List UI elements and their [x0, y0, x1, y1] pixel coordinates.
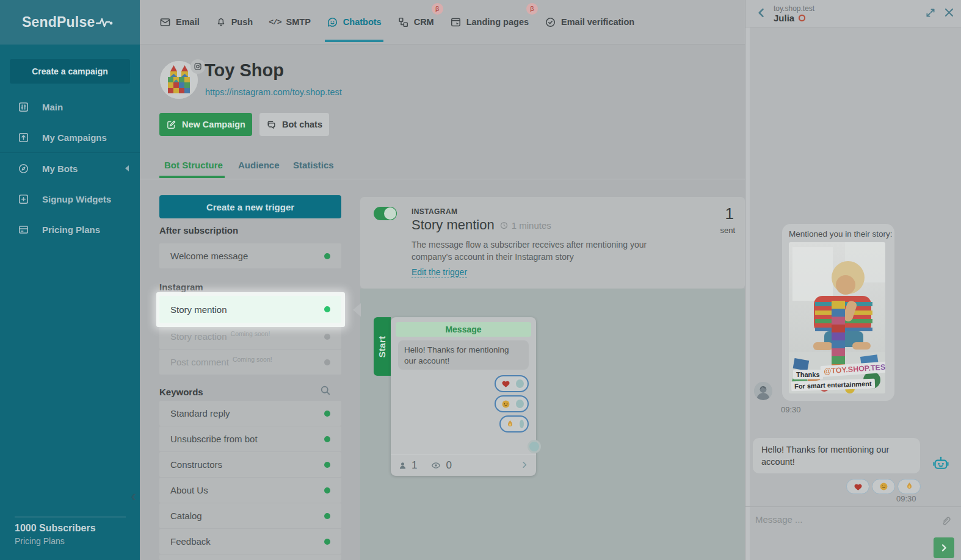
- instagram-badge-icon: [190, 59, 205, 74]
- create-campaign-button[interactable]: Create a campaign: [10, 59, 130, 84]
- page-title: Toy Shop: [205, 60, 284, 81]
- keyword-row-standard-reply[interactable]: Standard reply: [159, 401, 341, 426]
- block-stats: 1 0: [398, 459, 452, 472]
- trigger-delay-value: 1 minutes: [512, 220, 551, 231]
- status-dot-active: [324, 436, 330, 442]
- block-footer-divider: [391, 454, 536, 454]
- sidebar-item-my-campaigns[interactable]: My Campaigns: [0, 122, 140, 153]
- back-chevron-icon[interactable]: [755, 7, 767, 19]
- nav-item-smtp[interactable]: </> SMTP: [269, 17, 311, 27]
- connection-port[interactable]: [514, 378, 526, 390]
- tooltip-arrow: [353, 303, 361, 317]
- sidebar-item-main[interactable]: Main: [0, 92, 140, 122]
- sidebar-menu: Main My Campaigns My Bots Signup Widgets…: [0, 92, 140, 245]
- tab-statistics[interactable]: Statistics: [293, 160, 334, 170]
- keyword-row-constructors[interactable]: Constructors: [159, 452, 341, 477]
- keyword-row-catalog[interactable]: Catalog: [159, 503, 341, 528]
- reaction-pill-hug[interactable]: [495, 395, 529, 412]
- chat-preview-panel: toy.shop.test Julia Mentioned you in the…: [745, 0, 961, 560]
- message-input[interactable]: [754, 510, 925, 528]
- trigger-title: Story mention: [412, 217, 495, 233]
- logo-text: SendPulse: [22, 14, 95, 31]
- close-icon[interactable]: [943, 7, 955, 18]
- nav-label: SMTP: [286, 17, 311, 27]
- sent-label: sent: [720, 226, 735, 235]
- expand-icon[interactable]: [925, 7, 936, 18]
- chat-smiley-icon: [327, 16, 338, 28]
- nav-item-landing-pages[interactable]: Landing pages β: [450, 16, 529, 28]
- sidebar-item-label: Main: [42, 102, 63, 112]
- nav-item-chatbots[interactable]: Chatbots: [327, 16, 382, 28]
- nav-item-email[interactable]: Email: [159, 16, 200, 28]
- start-label: Start: [377, 336, 388, 357]
- chat-reaction-hug[interactable]: [872, 479, 895, 494]
- chat-header: toy.shop.test Julia: [745, 0, 961, 27]
- active-tab-underline: [159, 176, 225, 178]
- search-icon[interactable]: [319, 384, 332, 397]
- chevron-right-icon[interactable]: [520, 461, 529, 469]
- keyword-row-feedback[interactable]: Feedback: [159, 529, 341, 554]
- chat-reaction-heart[interactable]: [846, 479, 869, 494]
- beta-badge: β: [432, 3, 443, 15]
- send-button[interactable]: [934, 537, 954, 558]
- new-campaign-button[interactable]: New Campaign: [159, 113, 252, 136]
- create-trigger-button[interactable]: Create a new trigger: [159, 195, 341, 218]
- pricing-plans-link[interactable]: Pricing Plans: [15, 536, 65, 546]
- block-output-port[interactable]: [528, 440, 541, 453]
- status-dot-active: [324, 253, 330, 259]
- coming-soon-badge: Coming soon!: [233, 356, 272, 363]
- sidebar: SendPulse Create a campaign Main My Camp…: [0, 0, 140, 560]
- sidebar-collapse-chevron[interactable]: ‹: [131, 488, 136, 504]
- new-campaign-label: New Campaign: [182, 120, 245, 129]
- nav-item-email-verification[interactable]: Email verification: [545, 16, 634, 28]
- trigger-toggle-on[interactable]: [374, 207, 397, 220]
- bot-compass-icon: [18, 163, 29, 174]
- sidebar-item-my-bots[interactable]: My Bots: [0, 153, 140, 184]
- create-trigger-label: Create a new trigger: [206, 202, 294, 212]
- message-timestamp: 09:30: [896, 494, 916, 503]
- bot-chats-label: Bot chats: [282, 120, 322, 129]
- story-image: Thanks @TOY.SHOP.TEST For smart entertai…: [789, 242, 885, 393]
- trigger-row-story-reaction: Story reaction Coming soon!: [159, 324, 341, 349]
- person-icon: [398, 461, 407, 470]
- section-keywords: Keywords: [159, 387, 203, 397]
- instagram-url-link[interactable]: https://instagram.com/toy.shop.test: [205, 87, 342, 97]
- trigger-row-story-mention[interactable]: Story mention: [159, 296, 341, 323]
- trigger-row-post-comment: Post comment Coming soon!: [159, 350, 341, 375]
- top-navigation: Email Push </> SMTP Chatbots CRM β Landi…: [140, 0, 745, 45]
- edit-trigger-link[interactable]: Edit the trigger: [412, 267, 467, 278]
- nav-item-push[interactable]: Push: [216, 16, 253, 27]
- nav-label: Push: [231, 17, 253, 27]
- paperclip-icon[interactable]: [940, 515, 952, 527]
- main-content: Toy Shop https://instagram.com/toy.shop.…: [140, 45, 745, 560]
- sidebar-item-pricing-plans[interactable]: Pricing Plans: [0, 214, 140, 245]
- pinch-emoji: [506, 420, 514, 429]
- bot-chats-button[interactable]: Bot chats: [259, 113, 329, 136]
- collapse-triangle-icon[interactable]: [125, 165, 129, 171]
- reaction-pill-heart[interactable]: [495, 375, 529, 392]
- chat-reaction-pinch[interactable]: [898, 479, 921, 494]
- nav-item-crm[interactable]: CRM β: [397, 16, 434, 28]
- sidebar-item-label: My Campaigns: [42, 132, 107, 143]
- flow-start-tab[interactable]: Start: [374, 317, 391, 376]
- status-dot-active: [324, 462, 330, 468]
- toggle-knob: [384, 207, 396, 220]
- keyword-row-partial: [159, 555, 341, 560]
- keyword-row-about-us[interactable]: About Us: [159, 478, 341, 503]
- tab-audience[interactable]: Audience: [238, 160, 280, 170]
- sidebar-item-signup-widgets[interactable]: Signup Widgets: [0, 184, 140, 214]
- tab-bot-structure[interactable]: Bot Structure: [164, 160, 223, 170]
- heart-emoji: [501, 379, 510, 388]
- trigger-row-welcome-message[interactable]: Welcome message: [159, 243, 341, 268]
- connection-port[interactable]: [514, 398, 526, 410]
- sendpulse-logo[interactable]: SendPulse: [22, 14, 114, 31]
- spotlight-halo: Story mention: [156, 292, 345, 327]
- sidebar-item-label: My Bots: [42, 163, 78, 174]
- keyword-row-unsubscribe[interactable]: Unsubscribe from bot: [159, 426, 341, 451]
- reaction-pill-pinch[interactable]: [499, 415, 529, 433]
- connection-port[interactable]: [518, 418, 526, 430]
- flow-message-block[interactable]: Message Hello! Thanks for mentioning our…: [391, 317, 536, 476]
- envelope-icon: [159, 16, 171, 28]
- robot-icon: [932, 454, 950, 472]
- bell-icon: [216, 16, 227, 27]
